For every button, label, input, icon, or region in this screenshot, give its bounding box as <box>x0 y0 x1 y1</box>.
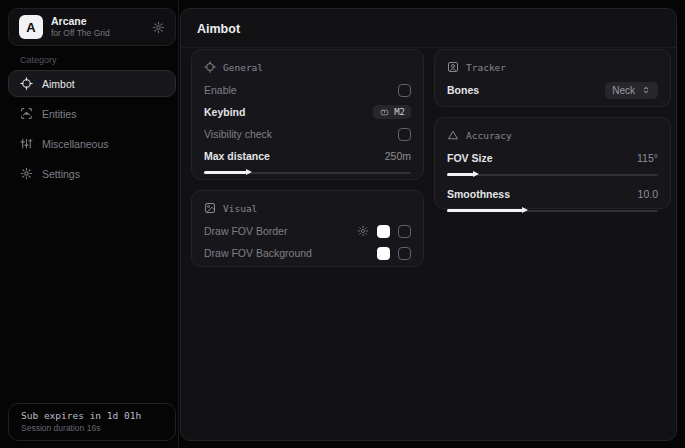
fov-size-row: FOV Size 115° <box>447 147 658 169</box>
fov-background-label: Draw FOV Background <box>204 247 312 259</box>
sidebar-item-label: Settings <box>42 168 80 180</box>
keybind-row: Keybind M2 <box>204 101 411 123</box>
sidebar-item-label: Aimbot <box>42 78 75 90</box>
fov-background-color-swatch[interactable] <box>377 247 390 260</box>
app-window: A Arcane for Off The Grid Category Aimbo… <box>0 0 685 448</box>
general-card-title: General <box>223 62 263 73</box>
main-panel: Aimbot General Enable Keybind <box>180 8 677 441</box>
chevrons-up-down-icon <box>641 85 651 95</box>
accuracy-card-title: Accuracy <box>466 130 512 141</box>
category-label: Category <box>20 55 57 65</box>
visibility-check-row: Visibility check <box>204 123 411 145</box>
fov-background-row: Draw FOV Background <box>204 242 411 264</box>
keybind-value: M2 <box>394 107 405 117</box>
bones-selected-value: Neck <box>612 85 635 96</box>
app-title-block: Arcane for Off The Grid <box>51 15 110 40</box>
fov-border-checkbox[interactable] <box>398 225 411 238</box>
visibility-check-label: Visibility check <box>204 128 272 140</box>
user-scan-icon <box>447 61 459 73</box>
visual-card-title: Visual <box>223 203 257 214</box>
session-duration-text: Session duration 16s <box>21 423 163 433</box>
slider-fill[interactable] <box>204 171 247 174</box>
gear-icon <box>20 167 33 180</box>
mouse-icon <box>379 108 390 117</box>
max-distance-row: Max distance 250m <box>204 145 411 167</box>
fov-border-row: Draw FOV Border <box>204 220 411 242</box>
crosshair-icon <box>20 77 33 90</box>
gear-icon[interactable] <box>357 225 369 237</box>
sidebar-item-label: Miscellaneous <box>42 138 109 150</box>
subscription-card: Sub expires in 1d 01h Session duration 1… <box>8 403 176 441</box>
accuracy-card-header: Accuracy <box>447 128 658 142</box>
sidebar-item-settings[interactable]: Settings <box>8 160 176 187</box>
app-name: Arcane <box>51 15 110 29</box>
sidebar-item-miscellaneous[interactable]: Miscellaneous <box>8 130 176 157</box>
fov-size-slider[interactable] <box>447 170 658 179</box>
smoothness-value: 10.0 <box>638 188 658 200</box>
bones-label: Bones <box>447 84 479 96</box>
sidebar-item-aimbot[interactable]: Aimbot <box>8 70 176 97</box>
fov-border-controls <box>357 225 411 238</box>
scan-eye-icon <box>20 107 33 120</box>
tracker-card-header: Tracker <box>447 60 658 74</box>
sidebar-item-label: Entities <box>42 108 76 120</box>
sidebar-item-entities[interactable]: Entities <box>8 100 176 127</box>
enable-checkbox[interactable] <box>398 84 411 97</box>
general-card: General Enable Keybind M2 Visibility che… <box>191 49 424 180</box>
fov-border-label: Draw FOV Border <box>204 225 287 237</box>
visibility-check-checkbox[interactable] <box>398 128 411 141</box>
page-title: Aimbot <box>197 22 240 36</box>
general-card-header: General <box>204 60 411 74</box>
max-distance-value: 250m <box>385 150 411 162</box>
keybind-label: Keybind <box>204 106 245 118</box>
bones-row: Bones Neck <box>447 79 658 101</box>
sliders-icon <box>20 137 33 150</box>
fov-size-value: 115° <box>637 152 658 164</box>
visual-card: Visual Draw FOV Border Draw FOV Backgrou… <box>191 190 424 267</box>
enable-label: Enable <box>204 84 237 96</box>
app-header-card: A Arcane for Off The Grid <box>8 8 176 46</box>
fov-size-label: FOV Size <box>447 152 493 164</box>
sidebar: A Arcane for Off The Grid Category Aimbo… <box>0 0 179 448</box>
fov-background-controls <box>377 247 411 260</box>
tracker-card: Tracker Bones Neck <box>434 49 671 107</box>
app-subtitle: for Off The Grid <box>51 28 110 39</box>
max-distance-label: Max distance <box>204 150 270 162</box>
bones-select[interactable]: Neck <box>605 82 658 99</box>
fov-border-color-swatch[interactable] <box>377 225 390 238</box>
header-divider <box>181 47 676 48</box>
crosshair-icon <box>204 61 216 73</box>
smoothness-label: Smoothness <box>447 188 510 200</box>
gear-icon[interactable] <box>152 21 165 34</box>
slider-fill[interactable] <box>447 173 474 176</box>
image-icon <box>204 202 216 214</box>
accuracy-card: Accuracy FOV Size 115° Smoothness 10.0 <box>434 117 671 209</box>
visual-card-header: Visual <box>204 201 411 215</box>
max-distance-slider[interactable] <box>204 168 411 177</box>
fov-background-checkbox[interactable] <box>398 247 411 260</box>
tracker-card-title: Tracker <box>466 62 506 73</box>
app-logo: A <box>19 15 43 39</box>
slider-fill[interactable] <box>447 209 523 212</box>
smoothness-slider[interactable] <box>447 206 658 215</box>
triangle-icon <box>447 129 459 141</box>
smoothness-row: Smoothness 10.0 <box>447 183 658 205</box>
sub-expires-text: Sub expires in 1d 01h <box>21 410 163 421</box>
sidebar-nav: Aimbot Entities Miscellaneous <box>8 70 176 187</box>
keybind-button[interactable]: M2 <box>373 105 411 119</box>
enable-row: Enable <box>204 79 411 101</box>
